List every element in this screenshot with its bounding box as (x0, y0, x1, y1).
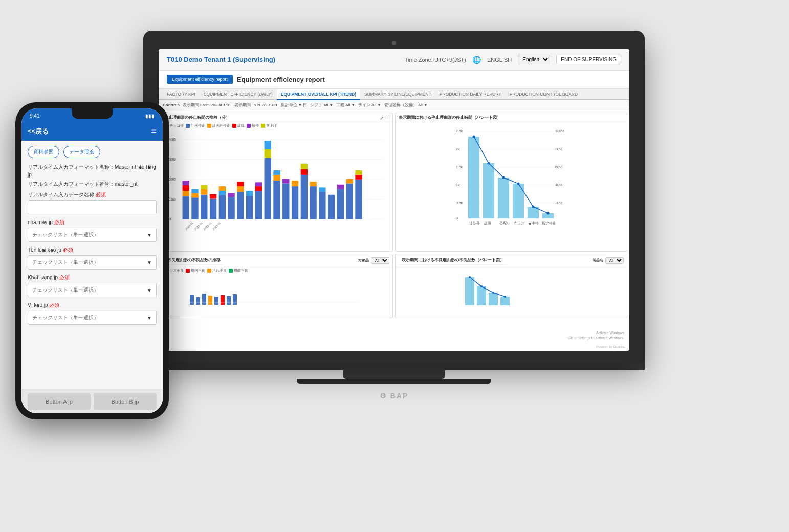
line-dropdown[interactable]: ▼ (377, 103, 381, 107)
svg-text:40%: 40% (555, 183, 562, 187)
svg-rect-83 (498, 178, 509, 218)
chart1-legend: チョコ停 計画停止 計画外停止 故障 短停 立上げ (161, 122, 392, 129)
reference-button[interactable]: 資料参照 (28, 146, 59, 158)
svg-rect-32 (255, 191, 262, 219)
tab-production-daily[interactable]: PRODUCTION DAILY REPORT (435, 89, 506, 100)
candy-type-label-wrapper: Tên loại kẹo jp 必須 (28, 246, 157, 254)
laptop-device: T010 Demo Tenant 1 (Supervising) Time Zo… (143, 31, 645, 414)
chart3-filter-select[interactable]: All (371, 257, 389, 264)
tab-equipment-efficiency-daily[interactable]: EQUIPMENT EFFICIENCY (DAILY) (200, 89, 277, 100)
svg-text:★主停: ★主停 (528, 221, 539, 225)
candy-type-dropdown-arrow: ▼ (147, 260, 152, 265)
tab-equipment-overall-kpi[interactable]: EQUIPMENT OVERALL KPI (TREND) (277, 89, 360, 100)
svg-rect-24 (219, 186, 226, 191)
svg-rect-59 (355, 170, 362, 175)
flavor-dropdown[interactable]: チェックリスト（単一選択） ▼ (28, 311, 157, 325)
candy-type-label: Tên loại kẹo jp (28, 247, 61, 253)
svg-rect-40 (273, 170, 280, 175)
language-select[interactable]: English (518, 55, 550, 64)
button-b[interactable]: Button B jp (94, 393, 157, 410)
display-to-item: 表示期間 To 2023/01/31 (234, 102, 278, 108)
svg-rect-27 (237, 192, 244, 219)
manager-dropdown[interactable]: ▼ (424, 103, 428, 107)
phone-body: 9:41 ▮▮▮ <<戻る ≡ 資料参照 データ照会 リアルタイム入カフォーマッ… (15, 102, 169, 419)
svg-rect-15 (191, 193, 198, 197)
svg-rect-42 (282, 179, 289, 184)
weight-required: 必須 (59, 275, 70, 280)
svg-point-88 (488, 162, 490, 165)
svg-rect-49 (310, 182, 316, 186)
svg-rect-109 (477, 286, 486, 305)
legend-defect-2: 規格不良 (186, 268, 205, 273)
chart3-filter-label: 対象品 (358, 258, 369, 263)
chart4-title: 表示期間における不良理由形の不良品数（パレート図） (399, 256, 507, 265)
globe-icon: 🌐 (472, 56, 481, 64)
svg-rect-56 (346, 179, 353, 184)
nav-tab-active[interactable]: Equipment efficiency report (167, 75, 233, 84)
weight-dropdown[interactable]: チェックリスト（単一選択） ▼ (28, 283, 157, 297)
chart3-svg (161, 274, 392, 310)
shift-dropdown[interactable]: ▼ (329, 103, 333, 107)
svg-point-87 (473, 136, 475, 138)
tab-factory-kpi[interactable]: FACTORY KPI (163, 89, 200, 100)
legend-defect-3: 汚れ不良 (207, 268, 227, 273)
svg-rect-44 (292, 181, 298, 186)
candy-type-dropdown[interactable]: チェックリスト（単一選択） ▼ (28, 255, 157, 270)
aggregate-dropdown[interactable]: ▼ (298, 103, 302, 107)
powered-by-label: Powered by QualiSa... (596, 345, 627, 348)
chart3-title: 不良理由形の不良品数の推移 (164, 256, 224, 265)
page-title-nav: Equipment efficiency report (237, 76, 325, 83)
tab-production-control[interactable]: PRODUCTION CONTROL BOARD (506, 89, 582, 100)
chart-defect-trend: 不良理由形の不良品数の推移 対象品 All キズ不良 規格不良 汚れ不良 機能不… (161, 254, 393, 318)
laptop-camera (392, 41, 396, 45)
svg-text:100%: 100% (555, 129, 564, 133)
svg-rect-82 (483, 163, 494, 218)
svg-rect-57 (355, 180, 362, 219)
svg-text:2k: 2k (456, 147, 460, 151)
svg-rect-50 (319, 192, 325, 219)
svg-point-90 (517, 183, 520, 185)
work-item: 工程 All ▼ (336, 102, 355, 108)
chart4-svg (396, 267, 627, 313)
svg-rect-41 (282, 184, 289, 219)
legend-item-5: 短停 (247, 123, 259, 128)
chart4-product-label: 製品名 (593, 258, 603, 263)
data-search-button[interactable]: データ照会 (63, 146, 100, 158)
svg-point-91 (532, 206, 535, 208)
timezone: Time Zone: UTC+9(JST) (405, 57, 466, 63)
chart4-product-select[interactable]: All (605, 257, 624, 264)
factory-dropdown[interactable]: チェックリスト（単一選択） ▼ (28, 228, 157, 242)
flavor-dropdown-arrow: ▼ (147, 315, 152, 321)
work-dropdown[interactable]: ▼ (351, 103, 355, 107)
phone-hamburger-icon[interactable]: ≡ (151, 126, 157, 137)
svg-rect-14 (191, 197, 198, 219)
svg-rect-30 (246, 196, 253, 219)
factory-section: nhà máy jp 必須 チェックリスト（単一選択） ▼ (28, 218, 157, 242)
phone-back-button[interactable]: <<戻る (28, 127, 49, 136)
data-name-input[interactable] (28, 200, 157, 214)
data-name-required: 必須 (96, 192, 106, 197)
legend-label-4: 故障 (237, 123, 245, 128)
svg-rect-33 (255, 186, 262, 191)
button-a[interactable]: Button A jp (28, 393, 91, 410)
end-supervise-button[interactable]: END OF SUPERVISING (556, 55, 621, 64)
chart4-header: 表示期間における不良理由形の不良品数（パレート図） 製品名 All (396, 254, 627, 267)
bottom-charts: 不良理由形の不良品数の推移 対象品 All キズ不良 規格不良 汚れ不良 機能不… (159, 254, 629, 320)
svg-rect-22 (219, 195, 226, 219)
svg-rect-12 (183, 185, 189, 191)
legend-item-3: 計画外停止 (207, 123, 230, 128)
chart-downtime-trend: 停止理由形の停止時間の推移（分） チョコ停 計画停止 計画外停止 故障 短停 立… (161, 113, 393, 252)
tab-summary-line[interactable]: SUMMARY BY LINE/EQUIPMENT (360, 89, 435, 100)
shift-item: シフト All ▼ (310, 102, 333, 108)
factory-dropdown-arrow: ▼ (147, 232, 152, 238)
chart1-expand-icon[interactable]: ⤢ ⋯ (380, 115, 390, 121)
bap-logo: ⚙ BAP (380, 392, 408, 400)
svg-rect-20 (210, 199, 216, 219)
legend-defect-label-1: キズ不良 (169, 268, 184, 273)
factory-dropdown-text: チェックリスト（単一選択） (32, 231, 99, 238)
watermark-line2: Go to Settings to activate Windows. (568, 336, 625, 341)
factory-required: 必須 (54, 219, 64, 225)
legend-label-2: 計画停止 (191, 123, 205, 128)
svg-rect-23 (219, 191, 226, 195)
svg-text:立上げ: 立上げ (514, 221, 525, 226)
